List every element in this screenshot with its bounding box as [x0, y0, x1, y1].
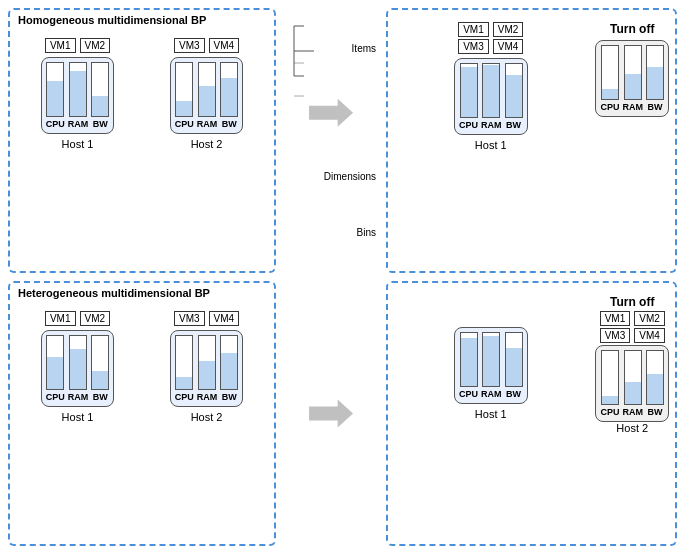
ram-bar-fill: [70, 71, 86, 116]
top-right-box: VM1 VM2 VM3 VM4 CPU: [386, 8, 677, 273]
top-row: Homogeneous multidimensional BP VM1 VM2 …: [8, 8, 677, 273]
top-right-host1-resources: CPU RAM BW: [454, 58, 528, 135]
cpu-bar-fill: [47, 81, 63, 116]
top-left-title: Homogeneous multidimensional BP: [18, 14, 206, 26]
top-right-host2-resources: CPU RAM BW: [595, 40, 669, 117]
bw-label: BW: [93, 119, 108, 129]
bottom-left-host2: VM3 VM4 CPU: [145, 311, 268, 423]
bottom-right-host2-label: Host 2: [616, 422, 648, 434]
top-left-host2: VM3 VM4 CPU: [145, 38, 268, 150]
top-left-box: Homogeneous multidimensional BP VM1 VM2 …: [8, 8, 276, 273]
top-arrow-area: Items Dimensions Bins: [286, 8, 376, 273]
ram-bar-wrapper: RAM: [68, 62, 89, 129]
vm3-label: VM3: [174, 38, 205, 53]
top-left-host1: VM1 VM2 CPU: [16, 38, 139, 150]
main-container: Homogeneous multidimensional BP VM1 VM2 …: [0, 0, 685, 554]
vm1-label: VM1: [45, 38, 76, 53]
host2-label: Host 2: [191, 138, 223, 150]
bw-bar-fill: [92, 96, 108, 116]
vm4-label: VM4: [209, 38, 240, 53]
top-left-host1-vms: VM1 VM2: [45, 38, 110, 53]
bottom-left-title: Heterogeneous multidimensional BP: [18, 287, 210, 299]
bottom-right-host1-label: Host 1: [475, 408, 507, 420]
bottom-left-host1: VM1 VM2 CPU: [16, 311, 139, 423]
top-right-host1-label: Host 1: [475, 139, 507, 151]
cpu-bar-outer: [46, 62, 64, 117]
bottom-turn-off-label: Turn off: [610, 295, 654, 309]
cpu-bar-wrapper: CPU: [46, 62, 65, 129]
vm2-label: VM2: [80, 38, 111, 53]
cpu-label: CPU: [46, 119, 65, 129]
bottom-right-box: CPU RAM BW: [386, 281, 677, 546]
bracket-svg: [286, 8, 376, 273]
top-right-turnoff-area: Turn off CPU RAM: [595, 22, 669, 117]
host1-label: Host 1: [62, 138, 94, 150]
top-left-host2-resources: CPU RAM BW: [170, 57, 244, 134]
ram-bar-outer: [69, 62, 87, 117]
bottom-row: Heterogeneous multidimensional BP VM1 VM…: [8, 281, 677, 546]
top-left-host2-vms: VM3 VM4: [174, 38, 239, 53]
bottom-arrow: [309, 400, 353, 428]
bottom-arrow-area: [286, 281, 376, 546]
bw-bar-outer: [91, 62, 109, 117]
bottom-right-host1: CPU RAM BW: [394, 295, 587, 420]
top-left-host1-resources: CPU RAM BW: [41, 57, 115, 134]
top-turn-off-label: Turn off: [610, 22, 654, 36]
bw-bar-wrapper: BW: [91, 62, 109, 129]
ram-label: RAM: [68, 119, 89, 129]
bottom-left-box: Heterogeneous multidimensional BP VM1 VM…: [8, 281, 276, 546]
bottom-right-host2: Turn off VM1 VM2 VM3 VM4: [595, 295, 669, 434]
top-right-host1: VM1 VM2 VM3 VM4 CPU: [394, 22, 587, 151]
